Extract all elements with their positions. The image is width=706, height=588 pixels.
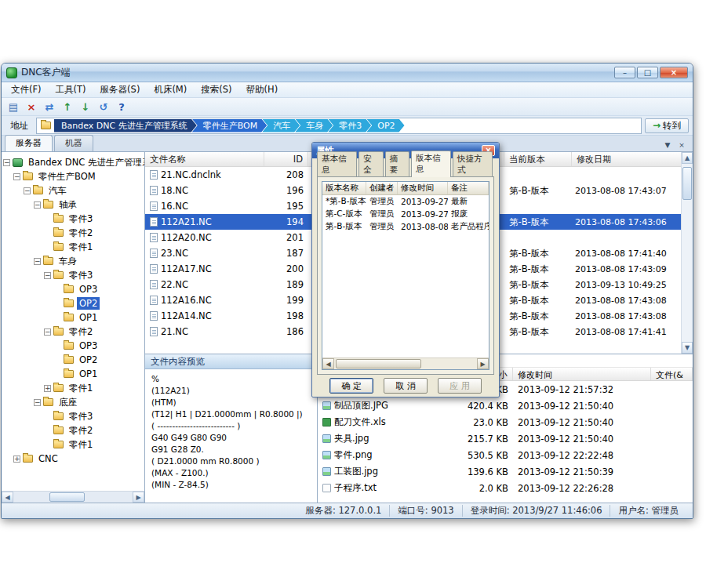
expander-icon[interactable]: + <box>13 456 20 463</box>
scroll-right-icon[interactable]: ▶ <box>133 492 144 503</box>
breadcrumb-segment[interactable]: OP2 <box>366 119 404 132</box>
tree-item[interactable]: OP1 <box>2 367 144 381</box>
menu-item[interactable]: 帮助(H) <box>239 82 286 97</box>
title-bar[interactable]: DNC客户端 – □ × <box>2 64 693 82</box>
breadcrumb-segment[interactable]: 零件3 <box>328 119 371 132</box>
breadcrumb-segment[interactable]: 汽车 <box>262 119 300 132</box>
dialog-tab[interactable]: 安全 <box>358 151 384 177</box>
column-header[interactable]: 当前版本 <box>504 152 572 166</box>
expander-icon[interactable]: − <box>34 399 41 406</box>
version-row[interactable]: *第-B-版本管理员2013-09-27 14:...最新 <box>322 195 489 208</box>
paste-icon[interactable]: ▤ <box>5 100 21 114</box>
compare-icon[interactable]: ⇄ <box>42 100 57 114</box>
tree-item[interactable]: −轴承 <box>2 198 144 212</box>
scrollbar-track[interactable] <box>13 492 133 503</box>
scrollbar-thumb[interactable] <box>336 359 421 368</box>
dialog-tab[interactable]: 摘要 <box>385 151 410 177</box>
tree-item[interactable]: OP2 <box>2 353 144 367</box>
scrollbar-track[interactable] <box>682 164 693 342</box>
panel-close-icon[interactable]: × <box>677 141 686 149</box>
upload-icon[interactable]: ↑ <box>60 100 75 114</box>
dialog-tab[interactable]: 快捷方式 <box>453 151 493 177</box>
tree-item[interactable]: 零件2 <box>2 423 144 437</box>
expander-icon[interactable]: − <box>13 173 20 180</box>
tree-item[interactable]: −零件2 <box>2 325 144 339</box>
breadcrumb-segment[interactable]: 零件生产BOM <box>192 119 267 132</box>
column-header[interactable]: 修改时间 <box>398 182 448 194</box>
menu-item[interactable]: 服务器(S) <box>93 82 147 97</box>
column-header[interactable]: 修改日期 <box>572 152 682 166</box>
file-list-scrollbar[interactable]: ▲ ▼ <box>681 152 693 354</box>
tree-item[interactable]: −汽车 <box>2 183 144 198</box>
tree-item[interactable]: +零件1 <box>2 381 144 395</box>
maximize-button[interactable]: □ <box>637 67 658 78</box>
dialog-tab[interactable]: 基本信息 <box>317 151 357 177</box>
column-header[interactable]: 备注 <box>448 182 489 194</box>
tree-horizontal-scrollbar[interactable]: ◀ ▶ <box>2 491 144 503</box>
column-header[interactable]: 文件(& <box>651 368 693 380</box>
scroll-left-icon[interactable]: ◀ <box>322 358 334 369</box>
menu-item[interactable]: 搜索(S) <box>194 82 238 97</box>
expander-icon[interactable]: − <box>3 159 10 166</box>
tab-machine[interactable]: 机器 <box>54 135 93 151</box>
minimize-button[interactable]: – <box>614 67 635 78</box>
address-box[interactable]: Bandex DNC 先进生产管理系统零件生产BOM汽车车身零件3OP2 <box>36 118 642 134</box>
tree-item[interactable]: 零件3 <box>2 409 144 423</box>
breadcrumb-segment[interactable]: 车身 <box>295 119 333 132</box>
breadcrumb-segment[interactable]: Bandex DNC 先进生产管理系统 <box>54 119 197 132</box>
tree-item[interactable]: OP3 <box>2 282 144 296</box>
expander-icon[interactable]: − <box>44 328 51 336</box>
menu-item[interactable]: 文件(F) <box>4 82 49 97</box>
tree-item[interactable]: +CNC <box>2 452 144 466</box>
download-icon[interactable]: ↓ <box>78 100 93 114</box>
menu-item[interactable]: 机床(M) <box>147 82 194 97</box>
tree-item[interactable]: 零件2 <box>2 226 144 240</box>
column-header[interactable]: 创建者 <box>366 182 398 194</box>
chevron-down-icon[interactable]: ▼ <box>663 141 672 149</box>
attachment-row[interactable]: 工装图.jpg139.6 KB2013-09-12 21:50:39 <box>318 463 693 480</box>
attachment-row[interactable]: 夹具.jpg215.7 KB2013-09-12 21:50:40 <box>318 430 693 447</box>
scrollbar-thumb[interactable] <box>682 167 692 200</box>
tree-item[interactable]: 零件1 <box>2 240 144 254</box>
tree-item[interactable]: 零件1 <box>2 437 144 452</box>
scrollbar-thumb[interactable] <box>49 492 85 502</box>
close-button[interactable]: × <box>660 67 688 78</box>
tree-item[interactable]: OP1 <box>2 310 144 325</box>
version-row[interactable]: 第-B-版本管理员2013-08-08 17:...老产品程序 <box>322 220 489 233</box>
scroll-left-icon[interactable]: ◀ <box>2 492 13 503</box>
refresh-icon[interactable]: ↺ <box>96 100 111 114</box>
column-header[interactable]: 修改时间 <box>513 368 651 380</box>
delete-icon[interactable]: × <box>24 100 39 114</box>
column-header[interactable]: 版本名称 <box>322 182 366 194</box>
cancel-button[interactable]: 取 消 <box>384 378 428 394</box>
scrollbar-track[interactable] <box>334 358 477 369</box>
help-icon[interactable]: ? <box>114 100 129 114</box>
expander-icon[interactable]: − <box>34 201 41 209</box>
tree-item[interactable]: −零件生产BOM <box>2 169 144 183</box>
expander-icon[interactable]: − <box>44 272 51 279</box>
tree-item[interactable]: 零件3 <box>2 212 144 226</box>
column-header[interactable]: 文件名称 <box>145 152 264 166</box>
tree-item[interactable]: −Bandex DNC 先进生产管理系 <box>2 155 144 169</box>
tree-item[interactable]: OP2 <box>2 296 144 310</box>
tab-server[interactable]: 服务器 <box>5 135 53 151</box>
dialog-tab[interactable]: 版本信息 <box>411 151 451 177</box>
expander-icon[interactable]: + <box>44 385 51 392</box>
version-list-scrollbar[interactable]: ◀ ▶ <box>322 358 489 369</box>
attachment-row[interactable]: 零件.png530.5 KB2013-09-12 22:22:48 <box>318 447 693 463</box>
scroll-right-icon[interactable]: ▶ <box>477 358 489 369</box>
scroll-up-icon[interactable]: ▲ <box>682 152 693 164</box>
menu-item[interactable]: 工具(T) <box>49 82 93 97</box>
expander-icon[interactable]: − <box>24 187 31 194</box>
attachment-row[interactable]: 子程序.txt2.0 KB2013-09-12 22:26:28 <box>318 480 693 496</box>
attachment-row[interactable]: 制品顶图.JPG420.4 KB2013-09-12 21:50:40 <box>318 397 693 414</box>
tree-item[interactable]: OP3 <box>2 339 144 353</box>
tree-item[interactable]: −底座 <box>2 395 144 409</box>
version-row[interactable]: 第-C-版本管理员2013-09-27 14:...报废 <box>322 208 489 220</box>
attachment-row[interactable]: 配刀文件.xls23.0 KB2013-09-12 21:50:40 <box>318 414 693 430</box>
ok-button[interactable]: 确 定 <box>329 378 373 394</box>
go-button[interactable]: → 转到 <box>645 118 689 133</box>
tree-item[interactable]: −零件3 <box>2 268 144 282</box>
expander-icon[interactable]: − <box>34 258 41 265</box>
column-header[interactable]: ID <box>264 152 308 166</box>
